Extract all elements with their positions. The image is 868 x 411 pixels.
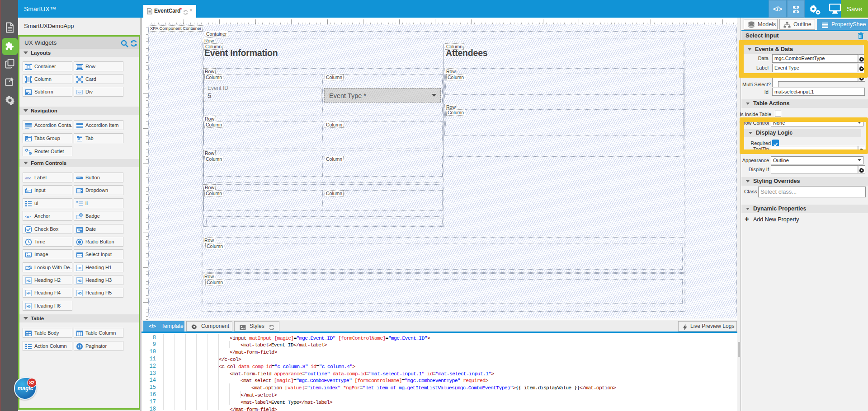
svg-text:H1: H1	[78, 266, 82, 270]
svg-text:<a>: <a>	[25, 215, 31, 219]
svg-text:00: 00	[80, 214, 82, 216]
svg-text:H4: H4	[27, 292, 31, 295]
svg-text:abc: abc	[25, 176, 31, 180]
svg-text:H6: H6	[27, 305, 31, 308]
svg-text:H3: H3	[78, 279, 82, 282]
svg-text:H2: H2	[27, 279, 31, 282]
svg-text:</>: </>	[78, 91, 81, 94]
svg-text:H5: H5	[78, 292, 82, 295]
